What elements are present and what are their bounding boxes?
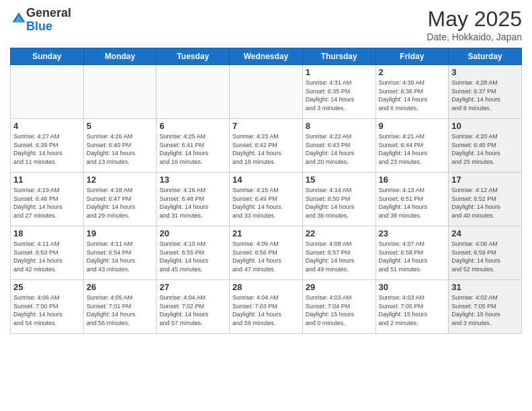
day-info: Sunrise: 4:07 AM Sunset: 6:58 PM Dayligh… [379,240,446,273]
day-number: 21 [232,228,300,238]
logo-icon [11,11,26,26]
day-number: 1 [306,67,373,77]
calendar-cell: 18Sunrise: 4:11 AM Sunset: 6:53 PM Dayli… [11,226,84,280]
calendar-cell: 2Sunrise: 4:30 AM Sunset: 6:36 PM Daylig… [375,65,449,119]
day-number: 22 [306,228,373,238]
day-info: Sunrise: 4:31 AM Sunset: 6:35 PM Dayligh… [306,79,373,112]
day-info: Sunrise: 4:12 AM Sunset: 6:52 PM Dayligh… [451,186,519,220]
calendar-cell: 11Sunrise: 4:19 AM Sunset: 6:46 PM Dayli… [11,173,84,226]
day-number: 17 [451,175,519,185]
day-number: 20 [159,228,226,238]
day-number: 11 [13,175,81,185]
calendar-cell: 8Sunrise: 4:22 AM Sunset: 6:43 PM Daylig… [302,119,375,173]
day-info: Sunrise: 4:23 AM Sunset: 6:42 PM Dayligh… [232,132,300,166]
calendar-cell: 15Sunrise: 4:14 AM Sunset: 6:50 PM Dayli… [302,173,375,226]
day-number: 12 [87,175,154,185]
calendar-cell: 25Sunrise: 4:06 AM Sunset: 7:00 PM Dayli… [11,280,84,334]
day-info: Sunrise: 4:13 AM Sunset: 6:51 PM Dayligh… [379,186,446,220]
logo-general-text: General [26,6,71,19]
day-info: Sunrise: 4:27 AM Sunset: 6:39 PM Dayligh… [13,132,81,166]
col-saturday: Saturday [449,48,522,65]
calendar-cell: 23Sunrise: 4:07 AM Sunset: 6:58 PM Dayli… [375,226,449,280]
day-info: Sunrise: 4:02 AM Sunset: 7:05 PM Dayligh… [451,293,519,327]
day-info: Sunrise: 4:11 AM Sunset: 6:53 PM Dayligh… [13,240,81,273]
day-number: 26 [87,282,154,292]
day-info: Sunrise: 4:08 AM Sunset: 6:57 PM Dayligh… [306,240,373,273]
col-thursday: Thursday [302,48,375,65]
calendar-cell [230,65,303,119]
calendar-cell: 29Sunrise: 4:03 AM Sunset: 7:04 PM Dayli… [302,280,375,334]
day-info: Sunrise: 4:26 AM Sunset: 6:40 PM Dayligh… [87,132,154,166]
day-number: 18 [13,228,81,238]
day-number: 9 [379,121,446,131]
day-info: Sunrise: 4:05 AM Sunset: 7:01 PM Dayligh… [87,293,154,327]
day-info: Sunrise: 4:09 AM Sunset: 6:56 PM Dayligh… [232,240,300,273]
calendar-cell: 21Sunrise: 4:09 AM Sunset: 6:56 PM Dayli… [230,226,303,280]
day-info: Sunrise: 4:21 AM Sunset: 6:44 PM Dayligh… [379,132,446,166]
logo-blue-text: Blue [26,19,52,33]
calendar-cell: 17Sunrise: 4:12 AM Sunset: 6:52 PM Dayli… [449,173,522,226]
day-info: Sunrise: 4:18 AM Sunset: 6:47 PM Dayligh… [87,186,154,220]
calendar-week-2: 11Sunrise: 4:19 AM Sunset: 6:46 PM Dayli… [11,173,522,226]
day-info: Sunrise: 4:03 AM Sunset: 7:05 PM Dayligh… [379,293,446,327]
calendar-cell: 22Sunrise: 4:08 AM Sunset: 6:57 PM Dayli… [302,226,375,280]
day-number: 4 [13,121,81,131]
col-friday: Friday [375,48,449,65]
day-number: 27 [159,282,226,292]
day-number: 29 [306,282,373,292]
day-info: Sunrise: 4:10 AM Sunset: 6:55 PM Dayligh… [159,240,226,273]
day-number: 31 [451,282,519,292]
day-info: Sunrise: 4:06 AM Sunset: 7:00 PM Dayligh… [13,293,81,327]
day-number: 3 [451,67,519,77]
header: General Blue May 2025 Date, Hokkaido, Ja… [10,7,522,42]
day-info: Sunrise: 4:20 AM Sunset: 6:45 PM Dayligh… [451,132,519,166]
day-number: 28 [232,282,300,292]
day-number: 15 [306,175,373,185]
day-info: Sunrise: 4:30 AM Sunset: 6:36 PM Dayligh… [379,79,446,112]
calendar-cell [11,65,84,119]
day-info: Sunrise: 4:16 AM Sunset: 6:48 PM Dayligh… [159,186,226,220]
calendar-cell: 4Sunrise: 4:27 AM Sunset: 6:39 PM Daylig… [11,119,84,173]
calendar-cell: 20Sunrise: 4:10 AM Sunset: 6:55 PM Dayli… [157,226,230,280]
day-number: 14 [232,175,300,185]
day-number: 10 [451,121,519,131]
calendar-cell: 5Sunrise: 4:26 AM Sunset: 6:40 PM Daylig… [83,119,157,173]
day-number: 25 [13,282,81,292]
calendar-cell: 19Sunrise: 4:11 AM Sunset: 6:54 PM Dayli… [83,226,157,280]
calendar-week-3: 18Sunrise: 4:11 AM Sunset: 6:53 PM Dayli… [11,226,522,280]
day-info: Sunrise: 4:25 AM Sunset: 6:41 PM Dayligh… [159,132,226,166]
calendar-cell: 9Sunrise: 4:21 AM Sunset: 6:44 PM Daylig… [375,119,449,173]
day-info: Sunrise: 4:11 AM Sunset: 6:54 PM Dayligh… [87,240,154,273]
calendar-cell: 12Sunrise: 4:18 AM Sunset: 6:47 PM Dayli… [83,173,157,226]
title-area: May 2025 Date, Hokkaido, Japan [427,7,522,42]
calendar-cell: 7Sunrise: 4:23 AM Sunset: 6:42 PM Daylig… [230,119,303,173]
day-info: Sunrise: 4:06 AM Sunset: 6:59 PM Dayligh… [451,240,519,273]
calendar-cell [157,65,230,119]
calendar-cell: 28Sunrise: 4:04 AM Sunset: 7:03 PM Dayli… [230,280,303,334]
day-number: 23 [379,228,446,238]
calendar-cell: 10Sunrise: 4:20 AM Sunset: 6:45 PM Dayli… [449,119,522,173]
day-number: 2 [379,67,446,77]
main-title: May 2025 [427,7,522,32]
calendar-cell: 3Sunrise: 4:28 AM Sunset: 6:37 PM Daylig… [449,65,522,119]
col-sunday: Sunday [11,48,84,65]
calendar-cell: 16Sunrise: 4:13 AM Sunset: 6:51 PM Dayli… [375,173,449,226]
col-wednesday: Wednesday [230,48,303,65]
sub-title: Date, Hokkaido, Japan [427,32,522,42]
day-number: 6 [159,121,226,131]
page: General Blue May 2025 Date, Hokkaido, Ja… [0,0,532,411]
day-number: 16 [379,175,446,185]
calendar-cell: 26Sunrise: 4:05 AM Sunset: 7:01 PM Dayli… [83,280,157,334]
day-info: Sunrise: 4:04 AM Sunset: 7:02 PM Dayligh… [159,293,226,327]
day-info: Sunrise: 4:03 AM Sunset: 7:04 PM Dayligh… [306,293,373,327]
day-info: Sunrise: 4:28 AM Sunset: 6:37 PM Dayligh… [451,79,519,112]
day-number: 24 [451,228,519,238]
calendar-cell: 1Sunrise: 4:31 AM Sunset: 6:35 PM Daylig… [302,65,375,119]
calendar-week-1: 4Sunrise: 4:27 AM Sunset: 6:39 PM Daylig… [11,119,522,173]
calendar-cell [83,65,157,119]
day-number: 19 [87,228,154,238]
day-info: Sunrise: 4:04 AM Sunset: 7:03 PM Dayligh… [232,293,300,327]
calendar-cell: 27Sunrise: 4:04 AM Sunset: 7:02 PM Dayli… [157,280,230,334]
day-number: 5 [87,121,154,131]
day-number: 8 [306,121,373,131]
